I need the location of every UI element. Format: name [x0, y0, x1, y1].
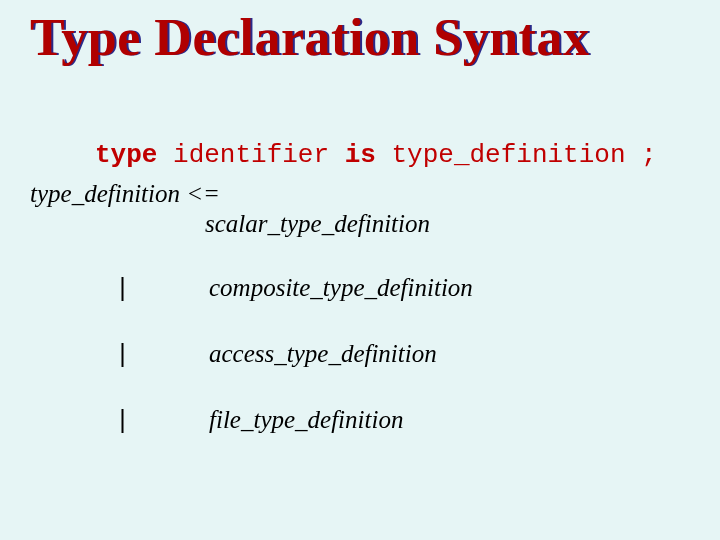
- pipe-symbol: |: [115, 341, 205, 370]
- grammar-alt-name: access_type_definition: [209, 340, 437, 368]
- slide-title: Type Declaration Syntax: [30, 8, 589, 67]
- grammar-alt-row: | composite_type_definition: [30, 274, 690, 304]
- grammar-first-alt: scalar_type_definition: [205, 210, 690, 238]
- grammar-alt-name: file_type_definition: [209, 406, 403, 434]
- grammar-alt-name: composite_type_definition: [209, 274, 473, 302]
- grammar-alt-row: | file_type_definition: [30, 406, 690, 436]
- keyword-type: type: [95, 140, 157, 170]
- syntax-typedef: type_definition ;: [376, 140, 657, 170]
- pipe-symbol: |: [115, 275, 205, 304]
- grammar-alt-row: | access_type_definition: [30, 340, 690, 370]
- pipe-symbol: |: [115, 407, 205, 436]
- syntax-declaration-line: type identifier is type_definition ;: [95, 140, 657, 170]
- syntax-identifier: identifier: [157, 140, 344, 170]
- grammar-lhs: type_definition <=: [30, 180, 690, 208]
- grammar-block: type_definition <= scalar_type_definitio…: [30, 180, 690, 472]
- keyword-is: is: [345, 140, 376, 170]
